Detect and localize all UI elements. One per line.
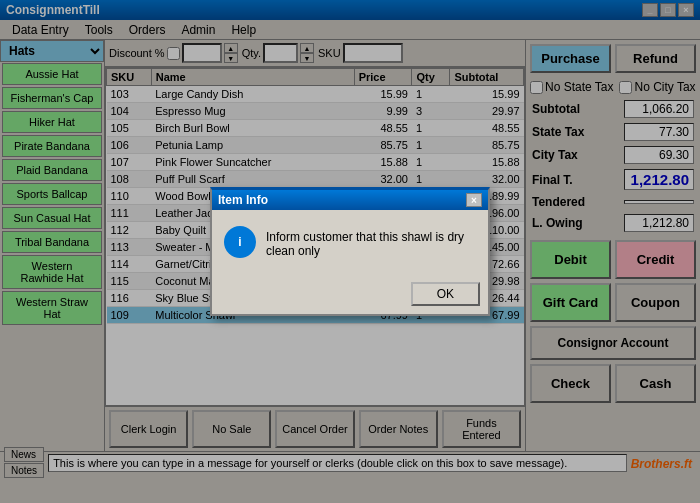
modal-title-bar: Item Info × (212, 190, 488, 210)
modal-overlay: Item Info × i Inform customer that this … (0, 0, 700, 503)
modal-footer: OK (212, 274, 488, 314)
modal-title: Item Info (218, 193, 268, 207)
modal-message: Inform customer that this shawl is dry c… (266, 226, 476, 258)
modal-close-button[interactable]: × (466, 193, 482, 207)
modal-ok-button[interactable]: OK (411, 282, 480, 306)
info-icon: i (224, 226, 256, 258)
modal-body: i Inform customer that this shawl is dry… (212, 210, 488, 274)
modal-dialog: Item Info × i Inform customer that this … (210, 187, 490, 316)
